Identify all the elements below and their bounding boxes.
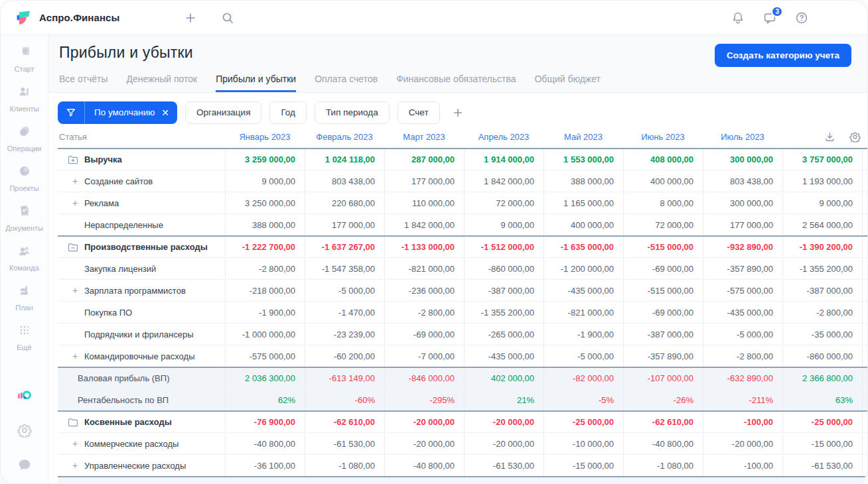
value-cell: 220 680,00 bbox=[305, 192, 384, 213]
sidebar-item-plan[interactable]: План bbox=[1, 283, 48, 312]
value-cell: 2 036 300,00 bbox=[225, 368, 305, 389]
row-label-cell[interactable]: +Коммерческие расходы bbox=[58, 433, 225, 454]
tab-active[interactable]: Прибыли и убытки bbox=[216, 74, 296, 92]
app-logo[interactable]: Аспро.Финансы bbox=[14, 9, 119, 27]
sidebar-item-start[interactable]: Старт bbox=[1, 44, 48, 73]
page-title: Прибыли и убытки bbox=[59, 44, 193, 62]
value-cell: 300 000,00 bbox=[703, 192, 782, 213]
add-filter-button[interactable] bbox=[451, 105, 465, 120]
row-label-cell[interactable]: Производственные расходы bbox=[58, 237, 225, 257]
value-cell: -632 890,00 bbox=[703, 368, 782, 389]
table-row: Производственные расходы-1 222 700,00-1 … bbox=[58, 235, 867, 257]
top-bar: Аспро.Финансы 3 bbox=[1, 1, 867, 35]
table-row: Рентабельность по ВП62%-60%-295%21%-5%-2… bbox=[58, 389, 867, 410]
row-label-cell[interactable]: +Реклама bbox=[58, 192, 225, 213]
tab-item[interactable]: Все отчёты bbox=[59, 74, 108, 92]
sidebar-item-more[interactable]: Ещё bbox=[1, 323, 48, 351]
export-button[interactable] bbox=[822, 130, 837, 145]
row-label-cell[interactable]: Валовая прибыль (ВП) bbox=[58, 368, 225, 389]
value-cell: -860 000,00 bbox=[782, 345, 862, 367]
folder-plus-icon bbox=[67, 154, 79, 166]
tab-item[interactable]: Финансовые обязательства bbox=[396, 74, 516, 92]
value-cell: -1 200 000,00 bbox=[543, 258, 623, 279]
sidebar-item-clients[interactable]: Клиенты bbox=[1, 84, 48, 113]
gear-icon bbox=[849, 131, 861, 143]
messages-button[interactable]: 3 bbox=[762, 11, 777, 25]
value-cell: -1 080,00 bbox=[623, 455, 703, 476]
row-label-cell[interactable]: +Зарплата программистов bbox=[58, 280, 225, 301]
value-cell: -1 900,00 bbox=[225, 302, 305, 323]
value-cell: -2 800,00 bbox=[782, 302, 862, 323]
value-cell: 9 000,00 bbox=[464, 214, 543, 235]
value-cell: -60 200,00 bbox=[305, 345, 384, 367]
folder-minus-icon bbox=[67, 241, 79, 253]
clipped-column-cell bbox=[862, 389, 867, 410]
start-icon bbox=[17, 44, 32, 62]
row-label-cell[interactable]: +Закупка лицензий bbox=[58, 258, 225, 279]
expand-icon[interactable]: + bbox=[71, 460, 79, 471]
sidebar-item-projects[interactable]: Проекты bbox=[1, 164, 48, 192]
row-label-cell[interactable]: Рентабельность по ВП bbox=[58, 389, 225, 410]
sidebar-item-label: Операции bbox=[7, 145, 41, 152]
row-label-cell[interactable]: +Нераспределенные bbox=[58, 214, 225, 235]
bell-icon bbox=[731, 11, 745, 25]
notifications-button[interactable] bbox=[731, 11, 745, 25]
value-cell: -61 530,00 bbox=[305, 433, 384, 454]
row-label-cell[interactable]: +Командировочные расходы bbox=[58, 345, 225, 367]
row-label-cell[interactable]: +Создание сайтов bbox=[58, 170, 225, 192]
sidebar-item-documents[interactable]: Документы bbox=[1, 204, 48, 232]
row-label-cell[interactable]: +Подрядчики и фрилансеры bbox=[58, 324, 225, 345]
row-label-cell[interactable]: Выручка bbox=[58, 149, 225, 170]
expand-icon[interactable]: + bbox=[71, 285, 79, 296]
user-avatar[interactable] bbox=[826, 5, 851, 30]
expand-icon[interactable]: + bbox=[71, 198, 79, 208]
sidebar-item-label: Старт bbox=[15, 65, 35, 73]
clipped-column-cell bbox=[862, 170, 867, 192]
value-cell: 400 000,00 bbox=[543, 214, 623, 235]
tab-item[interactable]: Общий бюджет bbox=[534, 74, 600, 92]
sidebar-item-operations[interactable]: Операции bbox=[1, 124, 48, 152]
active-filter-chip[interactable]: По умолчанию ✕ bbox=[58, 101, 177, 124]
sidebar-bottom bbox=[17, 389, 32, 475]
row-label: Создание сайтов bbox=[84, 176, 153, 186]
expand-icon[interactable]: + bbox=[71, 438, 79, 449]
clipped-column-cell bbox=[862, 324, 867, 345]
table-settings-button[interactable] bbox=[847, 130, 862, 145]
column-header-article: Статья bbox=[58, 132, 225, 142]
expand-icon[interactable]: + bbox=[71, 176, 79, 186]
tab-item[interactable]: Денежный поток bbox=[126, 74, 197, 92]
row-label-cell[interactable]: +Покупка ПО bbox=[58, 302, 225, 323]
value-cell: -23 239,00 bbox=[305, 324, 384, 345]
value-cell: -357 890,00 bbox=[703, 258, 782, 279]
help-button[interactable] bbox=[794, 11, 809, 25]
row-label-cell[interactable]: Косвенные расходы bbox=[58, 412, 225, 432]
app-name: Аспро.Финансы bbox=[39, 12, 119, 23]
clipped-column-cell bbox=[862, 455, 867, 476]
expand-icon[interactable]: + bbox=[71, 351, 79, 361]
settings-button[interactable] bbox=[17, 423, 32, 438]
remove-filter-icon[interactable]: ✕ bbox=[160, 107, 177, 118]
filter-chip[interactable]: Организация bbox=[185, 101, 261, 124]
column-header-month: Апрель 2023 bbox=[464, 132, 543, 142]
tab-item[interactable]: Оплата счетов bbox=[315, 74, 378, 92]
sidebar-item-team[interactable]: Команда bbox=[1, 243, 48, 272]
value-cell: -1 133 000,00 bbox=[384, 237, 464, 257]
value-cell: 110 000,00 bbox=[384, 192, 464, 213]
filter-chip[interactable]: Тип периода bbox=[315, 101, 390, 124]
support-chat-button[interactable] bbox=[17, 457, 32, 472]
value-cell: 1 842 000,00 bbox=[464, 170, 543, 192]
pl-table: Статья Январь 2023Февраль 2023Март 2023А… bbox=[58, 126, 867, 484]
search-button[interactable] bbox=[220, 11, 235, 25]
add-button[interactable] bbox=[183, 11, 198, 25]
filter-chip[interactable]: Счет bbox=[398, 101, 440, 124]
aspro-cloud-logo[interactable] bbox=[17, 389, 32, 403]
value-cell: 177 000,00 bbox=[305, 214, 384, 235]
download-icon bbox=[824, 131, 835, 143]
value-cell: -25 000,00 bbox=[782, 412, 862, 432]
create-category-button[interactable]: Создать категорию учета bbox=[715, 44, 851, 67]
clipped-column-cell bbox=[862, 258, 867, 279]
row-label-cell[interactable]: +Управленческие расходы bbox=[58, 455, 225, 476]
filter-chip[interactable]: Год bbox=[269, 101, 307, 124]
value-cell: -20 000,00 bbox=[464, 433, 543, 454]
value-cell: -61 530,00 bbox=[464, 455, 543, 476]
